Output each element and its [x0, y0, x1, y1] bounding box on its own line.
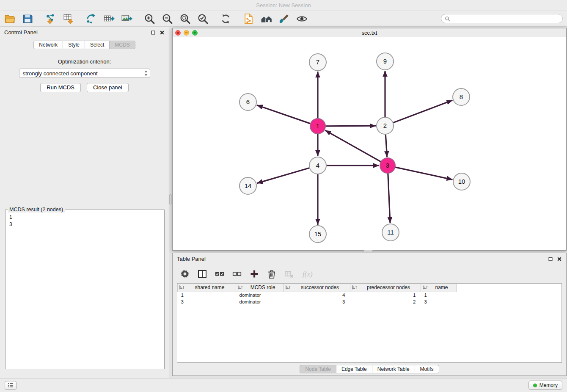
- search-input[interactable]: [452, 16, 559, 22]
- tab-style[interactable]: Style: [63, 41, 85, 49]
- paintbrush-icon[interactable]: [278, 13, 290, 25]
- toolbar-group: [85, 13, 132, 25]
- graph-node-label: 1: [316, 122, 319, 130]
- import-network-icon[interactable]: [45, 13, 56, 25]
- table-cell[interactable]: 1: [350, 292, 421, 298]
- task-history-button[interactable]: [5, 381, 17, 390]
- network-view-window: scc.txt 7968124314101511: [172, 28, 567, 251]
- table-row[interactable]: 1dominator411: [178, 292, 562, 298]
- network-graph: 7968124314101511: [173, 37, 566, 250]
- table-row[interactable]: 3dominator323: [178, 298, 562, 305]
- tab-mcds[interactable]: MCDS: [109, 41, 135, 49]
- search-box[interactable]: [441, 14, 563, 23]
- table-cell[interactable]: 1: [178, 292, 236, 298]
- optimization-dropdown[interactable]: strongly connected component: [19, 69, 150, 78]
- zoom-window-icon[interactable]: [192, 30, 198, 36]
- memory-button[interactable]: Memory: [528, 381, 562, 390]
- column-header-successor-nodes[interactable]: successor nodes: [284, 284, 350, 292]
- table-cell[interactable]: 2: [350, 298, 421, 305]
- graph-node-label: 6: [246, 98, 250, 105]
- tab-select[interactable]: Select: [85, 41, 110, 49]
- network-canvas[interactable]: 7968124314101511: [173, 37, 566, 250]
- graph-edge-4-14[interactable]: [257, 168, 310, 183]
- float-window-icon[interactable]: [151, 30, 156, 35]
- graph-node-1[interactable]: 1: [310, 119, 325, 134]
- import-table-icon[interactable]: [63, 13, 74, 25]
- homes-icon[interactable]: [261, 13, 272, 25]
- graph-node-2[interactable]: 2: [377, 117, 394, 134]
- add-column-icon[interactable]: [250, 269, 259, 279]
- tab-node-table[interactable]: Node Table: [300, 365, 336, 373]
- horizontal-splitter-grip[interactable]: [363, 250, 373, 252]
- delete-column-icon[interactable]: [267, 269, 276, 279]
- table-cell[interactable]: dominator: [236, 298, 284, 305]
- table-cell[interactable]: 3: [178, 298, 236, 305]
- export-image-icon[interactable]: [121, 13, 132, 25]
- tab-network[interactable]: Network: [33, 41, 63, 49]
- graph-edge-3-10[interactable]: [395, 167, 453, 180]
- graph-edge-2-3[interactable]: [385, 134, 387, 157]
- network-window-titlebar[interactable]: scc.txt: [173, 28, 566, 37]
- main-toolbar-icons: [4, 13, 319, 25]
- column-header-name[interactable]: name: [421, 284, 457, 292]
- node-table-container[interactable]: shared nameMCDS rolesuccessor nodesprede…: [177, 283, 562, 363]
- column-header-mcds-role[interactable]: MCDS role: [236, 284, 284, 292]
- gear-icon[interactable]: [180, 269, 190, 279]
- tab-edge-table[interactable]: Edge Table: [336, 365, 372, 373]
- toolbar-group: [220, 13, 231, 25]
- graph-node-4[interactable]: 4: [309, 157, 326, 174]
- node-table-body: 1dominator4113dominator323: [178, 292, 562, 305]
- window-title: Session: New Session: [256, 2, 311, 8]
- close-panel-button[interactable]: Close panel: [87, 83, 129, 92]
- graph-node-9[interactable]: 9: [377, 53, 394, 70]
- graph-node-11[interactable]: 11: [382, 224, 399, 241]
- tab-motifs[interactable]: Motifs: [415, 365, 439, 373]
- table-cell[interactable]: 3: [421, 298, 457, 305]
- open-session-icon[interactable]: [4, 13, 16, 25]
- close-panel-icon[interactable]: [160, 30, 165, 35]
- minimize-window-icon[interactable]: [184, 30, 189, 36]
- graph-node-10[interactable]: 10: [453, 173, 470, 190]
- table-cell[interactable]: 1: [421, 292, 457, 298]
- graph-node-7[interactable]: 7: [309, 54, 326, 71]
- table-cell[interactable]: 4: [284, 292, 350, 298]
- document-network-icon[interactable]: [243, 13, 254, 25]
- graph-node-6[interactable]: 6: [239, 94, 256, 110]
- graph-node-3[interactable]: 3: [380, 158, 395, 173]
- graph-node-15[interactable]: 15: [309, 226, 326, 243]
- graph-edge-3-1[interactable]: [325, 130, 381, 162]
- graph-node-label: 7: [316, 58, 319, 66]
- table-cell[interactable]: dominator: [236, 292, 284, 298]
- zoom-out-icon[interactable]: [162, 13, 173, 25]
- select-all-icon[interactable]: [215, 269, 224, 279]
- run-mcds-button[interactable]: Run MCDS: [40, 83, 81, 92]
- column-header-predecessor-nodes[interactable]: predecessor nodes: [350, 284, 421, 292]
- zoom-in-icon[interactable]: [144, 13, 155, 25]
- graph-node-8[interactable]: 8: [453, 88, 470, 105]
- close-table-panel-icon[interactable]: [557, 257, 562, 262]
- float-table-panel-icon[interactable]: [548, 257, 553, 262]
- close-window-icon[interactable]: [175, 30, 181, 36]
- zoom-fit-icon[interactable]: [179, 13, 191, 25]
- save-session-icon[interactable]: [22, 13, 33, 25]
- unselect-all-icon[interactable]: [232, 269, 242, 279]
- graph-edge-3-11[interactable]: [388, 173, 390, 223]
- refresh-layout-icon[interactable]: [220, 13, 231, 25]
- graph-edge-1-6[interactable]: [257, 105, 311, 124]
- export-network-icon[interactable]: [85, 13, 97, 25]
- table-panel-title: Table Panel: [177, 256, 206, 262]
- table-cell[interactable]: 3: [284, 298, 350, 305]
- column-header-shared-name[interactable]: shared name: [178, 284, 236, 292]
- graph-edge-1-2[interactable]: [325, 126, 376, 126]
- mcds-result-list[interactable]: 1 3: [6, 213, 164, 229]
- eye-icon[interactable]: [296, 13, 308, 25]
- zoom-selected-icon[interactable]: [197, 13, 209, 25]
- tab-network-table[interactable]: Network Table: [372, 365, 415, 373]
- export-table-icon[interactable]: [103, 13, 115, 25]
- graph-edge-2-8[interactable]: [393, 100, 453, 123]
- vertical-splitter-grip[interactable]: [169, 194, 172, 204]
- column-header-label: successor nodes: [301, 284, 339, 290]
- window-titlebar[interactable]: Session: New Session: [0, 0, 567, 11]
- columns-icon[interactable]: [198, 269, 207, 279]
- graph-node-14[interactable]: 14: [239, 177, 256, 194]
